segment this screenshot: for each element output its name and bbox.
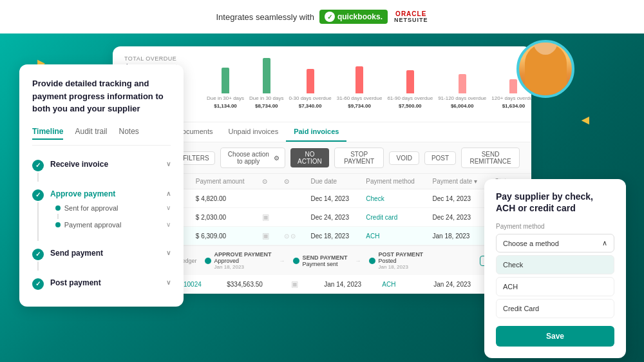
- chart-label-4: 61-90 days overdue: [387, 95, 433, 101]
- chart-amt-1: $8,734.00: [255, 103, 278, 109]
- pay-select-dropdown[interactable]: Choose a method ∧: [496, 234, 614, 252]
- chart-label-0: Due in 30+ days: [207, 95, 244, 101]
- step-label-3[interactable]: Send payment ∨: [50, 249, 171, 258]
- chart-amt-5: $6,004.00: [451, 103, 474, 109]
- qb-icon: ✓: [325, 12, 335, 22]
- sub-sent-approval: Sent for approval ∨: [55, 202, 171, 214]
- stop-payment-btn[interactable]: STOP PAYMENT: [334, 148, 384, 168]
- tab-notes[interactable]: Notes: [119, 127, 139, 140]
- tl-approve-date: Jan 18, 2023: [214, 264, 272, 270]
- bar-green-0: [222, 68, 229, 93]
- person-illustration: [519, 43, 572, 95]
- col-amount: Payment amount: [189, 174, 256, 189]
- tl-approve-value: Approved: [214, 258, 272, 264]
- tl-send-content: SEND PAYMENT Payment sent: [303, 254, 348, 267]
- step-line-2: [37, 202, 39, 241]
- step-label-4[interactable]: Post payment ∨: [50, 278, 171, 287]
- tl-approve-label: APPROVE PAYMENT: [214, 251, 272, 258]
- cell-amount-1: $ 2,030.00: [189, 208, 256, 227]
- pay-option-ach[interactable]: ACH: [496, 277, 614, 296]
- bar-green-1: [263, 58, 270, 93]
- chart-amt-4: $7,500.00: [399, 103, 422, 109]
- chevron-4: ∨: [166, 279, 171, 286]
- cell-icon1-1: ▣: [256, 208, 277, 227]
- cell-amount-0: $ 4,820.00: [189, 189, 256, 208]
- post-btn[interactable]: POST: [424, 151, 456, 165]
- bar-pair-2: [307, 69, 314, 93]
- sub-line-1: [57, 214, 59, 219]
- cell-invoice-last: 10024: [177, 275, 220, 294]
- tab-timeline[interactable]: Timeline: [32, 127, 63, 140]
- pay-option-check[interactable]: Check: [496, 255, 614, 274]
- cell-due-1: Dec 24, 2023: [304, 208, 359, 227]
- chart-amt-6: $1,634.00: [502, 103, 526, 109]
- chart-col-5: 91-120 days overdue $6,004.00: [438, 74, 486, 109]
- pay-option-credit-card[interactable]: Credit Card: [496, 299, 614, 318]
- tl-send-item: SEND PAYMENT Payment sent: [293, 254, 348, 267]
- step-content-4: Post payment ∨: [50, 278, 171, 287]
- integrates-text: Integrates seamlessly with: [216, 12, 314, 22]
- step-dot-2: ✓: [32, 189, 44, 201]
- no-action-btn[interactable]: NO ACTION: [290, 148, 329, 167]
- step-dot-4: ✓: [32, 278, 44, 290]
- tl-post-label: POST PAYMENT: [379, 251, 424, 258]
- choose-action-btn[interactable]: Choose action to apply ⚙: [220, 148, 285, 168]
- chart-amt-2: $7,340.00: [299, 103, 322, 109]
- step-dot-3: ✓: [32, 249, 44, 260]
- left-panel-title: Provide detailed tracking and payment pr…: [32, 77, 171, 115]
- chevron-3: ∨: [166, 249, 171, 256]
- cell-amount-2: $ 6,309.00: [189, 227, 256, 245]
- top-bar: Integrates seamlessly with ✓ quickbooks.…: [0, 0, 644, 33]
- chart-col-3: 31-60 days overdue $9,734.00: [337, 66, 383, 109]
- pay-select-text: Choose a method: [503, 240, 559, 247]
- step-indicator-2: ✓: [32, 189, 44, 241]
- cell-paydate-last: Jan 24, 2023: [427, 275, 485, 294]
- approve-payment-text: Approve payment: [50, 189, 115, 198]
- tabs-row: Timeline Audit trail Notes: [32, 127, 171, 146]
- void-btn[interactable]: VOID: [389, 151, 419, 165]
- bar-pair-6: [509, 79, 517, 93]
- tab-audit[interactable]: Audit trail: [75, 127, 107, 140]
- netsuite-text: NETSUITE: [394, 17, 428, 23]
- cell-method-last: ACH: [375, 275, 427, 294]
- tl-send-value: Payment sent: [303, 261, 348, 267]
- cell-method-2: ACH: [359, 227, 426, 245]
- tab-paid[interactable]: Paid invoices: [286, 122, 346, 142]
- bar-pair-0: [222, 68, 229, 93]
- chart-label-5: 91-120 days overdue: [438, 95, 486, 101]
- cell-amount-last: $334,563.50: [220, 275, 285, 294]
- avatar: [516, 40, 574, 98]
- step-label-1[interactable]: Receive invoice ∨: [50, 160, 171, 169]
- total-overdue-label: TOTAL OVERDUE: [124, 55, 182, 62]
- timeline: ✓ Receive invoice ∨ ✓ Approve payment ∧: [32, 156, 171, 294]
- save-button[interactable]: Save: [496, 326, 614, 347]
- tl-dot-post: [369, 258, 375, 264]
- step-indicator-4: ✓: [32, 278, 44, 290]
- chart-col-2: 0-30 days overdue $7,340.00: [289, 69, 331, 109]
- step-label-approve[interactable]: Approve payment ∧: [50, 189, 171, 198]
- brand-logos: ✓ quickbooks. ORACLE NETSUITE: [319, 10, 428, 24]
- cell-icon-last: ▣: [285, 275, 305, 294]
- cell-method-1: Credit card: [359, 208, 426, 227]
- bar-red-4: [406, 70, 414, 93]
- chevron-1: ∨: [166, 160, 171, 167]
- chevron-2: ∧: [166, 190, 171, 197]
- cell-due-0: Dec 14, 2023: [304, 189, 359, 208]
- pay-method-label: Payment method: [496, 223, 614, 230]
- col-pay-date: Payment date ▾: [426, 174, 489, 189]
- cell-paydate-1: Dec 24, 2023: [426, 208, 489, 227]
- tab-unpaid[interactable]: Unpaid invoices: [221, 122, 287, 142]
- tl-approve-content: APPROVE PAYMENT Approved Jan 18, 2023: [214, 251, 272, 270]
- tl-post-value: Posted: [379, 258, 424, 264]
- step-dot-1: ✓: [32, 160, 44, 171]
- chart-col-0: Due in 30+ days $1,134.00: [207, 68, 244, 109]
- sub-label-approval: Payment approval ∨: [64, 221, 171, 229]
- send-remittance-btn[interactable]: SEND REMITTANCE: [461, 148, 520, 168]
- step-receive-invoice: ✓ Receive invoice ∨: [32, 156, 171, 186]
- bar-chart: Due in 30+ days $1,134.00 Due in 30 days…: [195, 61, 531, 115]
- chart-amt-0: $1,134.00: [214, 103, 237, 109]
- tl-arrow-2: →: [355, 258, 361, 264]
- cell-icon1-2: ▣: [256, 227, 277, 245]
- tl-post-item: POST PAYMENT Posted Jan 18, 2023: [369, 251, 424, 270]
- step-content-3: Send payment ∨: [50, 249, 171, 258]
